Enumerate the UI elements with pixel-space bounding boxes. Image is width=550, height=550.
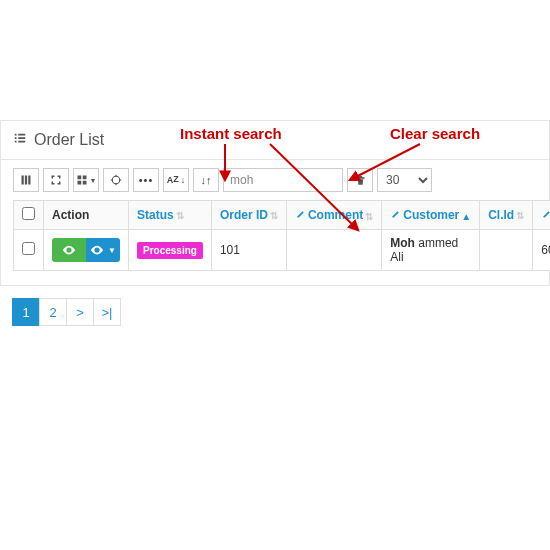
status-badge: Processing xyxy=(137,242,203,259)
view-dropdown-button[interactable]: ▼ xyxy=(86,238,120,262)
fullscreen-icon[interactable] xyxy=(43,168,69,192)
more-icon[interactable]: ••• xyxy=(133,168,159,192)
cell-cl-id xyxy=(480,230,533,271)
caret-down-icon: ▼ xyxy=(108,246,116,255)
pencil-icon xyxy=(295,210,305,220)
col-status[interactable]: Status⇅ xyxy=(129,201,212,230)
target-icon[interactable] xyxy=(103,168,129,192)
grid-icon[interactable]: ▼ xyxy=(73,168,99,192)
col-order-id[interactable]: Order ID⇅ xyxy=(211,201,286,230)
row-checkbox[interactable] xyxy=(14,230,44,271)
columns-icon[interactable] xyxy=(13,168,39,192)
cell-action: ▼ xyxy=(44,230,129,271)
page-next[interactable]: > xyxy=(66,298,94,326)
trash-icon xyxy=(355,174,366,186)
order-list-panel: Order List ▼ ••• AZ↓ ↓↑ 30 Action xyxy=(0,120,550,286)
clear-search-button[interactable] xyxy=(347,168,373,192)
col-action: Action xyxy=(44,201,129,230)
view-button[interactable] xyxy=(52,238,86,262)
list-icon xyxy=(13,131,27,149)
col-cl-id[interactable]: Cl.Id⇅ xyxy=(480,201,533,230)
cell-customer[interactable]: Moh ammed Ali xyxy=(382,230,480,271)
eye-icon xyxy=(90,245,104,255)
panel-title: Order List xyxy=(34,131,104,149)
page-size-select[interactable]: 30 xyxy=(377,168,432,192)
col-customer[interactable]: Customer▲ xyxy=(382,201,480,230)
pagination: 1 2 > >| xyxy=(12,298,538,326)
col-total[interactable]: Total⇅ xyxy=(533,201,550,230)
orders-table: Action Status⇅ Order ID⇅ Comment⇅ Custom… xyxy=(13,200,550,271)
select-all-header[interactable] xyxy=(14,201,44,230)
table-row: ▼ Processing 101 Moh ammed Ali 602.00лв. xyxy=(14,230,551,271)
col-comment[interactable]: Comment⇅ xyxy=(286,201,381,230)
cell-total[interactable]: 602.00лв. xyxy=(533,230,550,271)
pencil-icon xyxy=(541,210,550,220)
svg-point-3 xyxy=(112,176,120,184)
page-last[interactable]: >| xyxy=(93,298,121,326)
search-input[interactable] xyxy=(223,168,343,192)
eye-icon xyxy=(62,245,76,255)
sort-az-icon[interactable]: AZ↓ xyxy=(163,168,189,192)
sort-toggle-icon[interactable]: ↓↑ xyxy=(193,168,219,192)
panel-body: ▼ ••• AZ↓ ↓↑ 30 Action Status⇅ Order ID⇅ xyxy=(1,160,549,285)
cell-order-id: 101 xyxy=(211,230,286,271)
page-2[interactable]: 2 xyxy=(39,298,67,326)
cell-comment[interactable] xyxy=(286,230,381,271)
panel-header: Order List xyxy=(1,121,549,160)
toolbar: ▼ ••• AZ↓ ↓↑ 30 xyxy=(13,168,537,192)
page-1[interactable]: 1 xyxy=(12,298,40,326)
cell-status: Processing xyxy=(129,230,212,271)
pencil-icon xyxy=(390,210,400,220)
